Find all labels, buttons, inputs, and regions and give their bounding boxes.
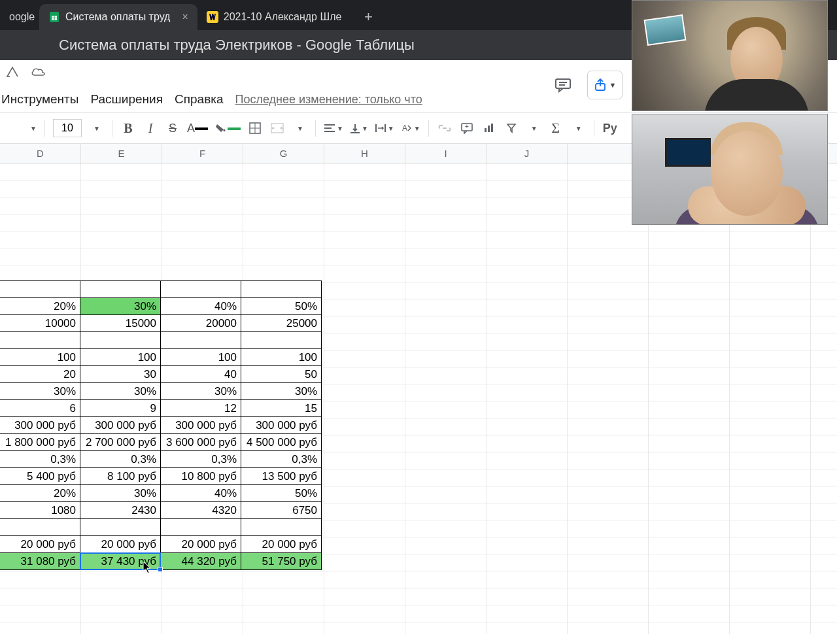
cell[interactable]: 100 bbox=[241, 348, 322, 366]
cell[interactable] bbox=[160, 331, 241, 349]
cell[interactable]: 12 bbox=[160, 399, 241, 417]
cell[interactable]: 100 bbox=[160, 348, 241, 366]
cell[interactable]: 30 bbox=[80, 365, 161, 383]
cell[interactable]: 44 320 руб bbox=[160, 552, 241, 570]
browser-tab[interactable]: 2021-10 Александр Шле bbox=[197, 4, 351, 30]
cell[interactable]: 10000 bbox=[0, 314, 80, 332]
cell[interactable] bbox=[80, 331, 161, 349]
cell[interactable]: 40 bbox=[160, 365, 241, 383]
selection-handle[interactable] bbox=[158, 567, 163, 572]
cell[interactable]: 20% bbox=[0, 297, 80, 315]
cell[interactable]: 25000 bbox=[241, 314, 322, 332]
cell[interactable] bbox=[0, 331, 80, 349]
column-header[interactable]: J bbox=[487, 144, 568, 163]
insert-link-button[interactable] bbox=[434, 118, 455, 139]
comments-button[interactable] bbox=[552, 75, 574, 95]
cell[interactable]: 30% bbox=[0, 382, 80, 400]
cell[interactable]: 50% bbox=[241, 297, 322, 315]
cell[interactable]: 13 500 руб bbox=[241, 467, 322, 485]
cell[interactable]: 0,3% bbox=[80, 450, 161, 468]
cell[interactable]: 2 700 000 руб bbox=[80, 433, 161, 451]
cell[interactable]: 100 bbox=[80, 348, 161, 366]
cell[interactable]: 20 000 руб bbox=[0, 535, 80, 553]
cell[interactable]: 30% bbox=[80, 382, 161, 400]
cloud-saved-icon[interactable] bbox=[30, 66, 47, 80]
cell[interactable]: 4320 bbox=[160, 501, 241, 519]
cell[interactable] bbox=[80, 280, 161, 298]
cell[interactable] bbox=[160, 280, 241, 298]
cell[interactable]: 300 000 руб bbox=[160, 416, 241, 434]
cell[interactable]: 20% bbox=[0, 484, 80, 502]
functions-dropdown[interactable]: ▼ bbox=[568, 118, 589, 139]
cell[interactable]: 30% bbox=[80, 484, 161, 502]
menu-help[interactable]: Справка bbox=[175, 92, 224, 107]
column-header[interactable]: G bbox=[243, 144, 324, 163]
cell[interactable]: 31 080 руб bbox=[0, 552, 80, 570]
menu-tools[interactable]: Инструменты bbox=[1, 92, 78, 107]
text-rotation-button[interactable]: A ▼ bbox=[398, 118, 423, 139]
cell[interactable]: 20 000 руб bbox=[80, 535, 161, 553]
column-header[interactable]: F bbox=[162, 144, 243, 163]
cell[interactable] bbox=[241, 280, 322, 298]
cell[interactable]: 6 bbox=[0, 399, 80, 417]
fill-color-button[interactable] bbox=[212, 118, 243, 139]
cell[interactable]: 20 000 руб bbox=[160, 535, 241, 553]
cell[interactable]: 20 000 руб bbox=[241, 535, 322, 553]
font-size-input[interactable]: 10 bbox=[53, 119, 82, 137]
cell[interactable]: 0,3% bbox=[241, 450, 322, 468]
spreadsheet-grid[interactable]: 20%30%40%50%1000015000200002500010010010… bbox=[0, 163, 837, 634]
cell[interactable]: 8 100 руб bbox=[80, 467, 161, 485]
column-header[interactable]: I bbox=[405, 144, 487, 163]
cell[interactable] bbox=[241, 518, 322, 536]
cell[interactable]: 30% bbox=[160, 382, 241, 400]
browser-tab-active[interactable]: Система оплаты труд × bbox=[39, 4, 197, 30]
cell[interactable]: 5 400 руб bbox=[0, 467, 80, 485]
addon-button[interactable]: Pу bbox=[600, 118, 621, 139]
insert-comment-button[interactable]: + bbox=[456, 118, 477, 139]
cell[interactable]: 50% bbox=[241, 484, 322, 502]
cell[interactable] bbox=[160, 518, 241, 536]
bold-button[interactable]: B bbox=[118, 118, 139, 139]
cell[interactable]: 6750 bbox=[241, 501, 322, 519]
font-size-dropdown[interactable]: ▼ bbox=[86, 118, 107, 139]
browser-tab[interactable]: oogle bbox=[0, 4, 39, 30]
new-tab-button[interactable]: + bbox=[358, 7, 378, 27]
italic-button[interactable]: I bbox=[140, 118, 161, 139]
text-wrap-button[interactable]: ▼ bbox=[372, 118, 397, 139]
cell[interactable]: 9 bbox=[80, 399, 161, 417]
drive-icon[interactable] bbox=[5, 65, 20, 81]
cell[interactable]: 0,3% bbox=[160, 450, 241, 468]
menu-extensions[interactable]: Расширения bbox=[90, 92, 163, 107]
cell[interactable]: 4 500 000 руб bbox=[241, 433, 322, 451]
column-header[interactable]: E bbox=[81, 144, 162, 163]
cell[interactable]: 300 000 руб bbox=[0, 416, 80, 434]
last-edit-link[interactable]: Последнее изменение: только что bbox=[235, 93, 422, 107]
cell[interactable]: 3 600 000 руб bbox=[160, 433, 241, 451]
text-color-button[interactable]: A bbox=[184, 118, 211, 139]
insert-chart-button[interactable] bbox=[479, 118, 500, 139]
cell[interactable]: 51 750 руб bbox=[241, 552, 322, 570]
cell[interactable]: 10 800 руб bbox=[160, 467, 241, 485]
borders-button[interactable] bbox=[245, 118, 265, 139]
cell[interactable]: 100 bbox=[0, 348, 80, 366]
cell[interactable]: 1 800 000 руб bbox=[0, 433, 80, 451]
column-header[interactable]: H bbox=[324, 144, 405, 163]
cell[interactable]: 20 bbox=[0, 365, 80, 383]
cell[interactable]: 30% bbox=[80, 297, 161, 315]
cell[interactable]: 15000 bbox=[80, 314, 161, 332]
cell[interactable]: 40% bbox=[160, 297, 241, 315]
cell[interactable] bbox=[0, 280, 80, 298]
cell[interactable]: 1080 bbox=[0, 501, 80, 519]
cell[interactable]: 300 000 руб bbox=[241, 416, 322, 434]
cell[interactable]: 20000 bbox=[160, 314, 241, 332]
vertical-align-button[interactable]: ▼ bbox=[347, 118, 371, 139]
cell[interactable]: 300 000 руб bbox=[80, 416, 161, 434]
font-dropdown[interactable]: ▼ bbox=[0, 118, 39, 139]
cell[interactable]: 0,3% bbox=[0, 450, 80, 468]
share-button[interactable]: ▼ bbox=[587, 71, 623, 99]
functions-button[interactable]: Σ bbox=[545, 118, 566, 139]
merge-cells-button[interactable] bbox=[267, 118, 288, 139]
filter-dropdown[interactable]: ▼ bbox=[523, 118, 544, 139]
cell[interactable]: 30% bbox=[241, 382, 322, 400]
cell[interactable] bbox=[0, 518, 80, 536]
